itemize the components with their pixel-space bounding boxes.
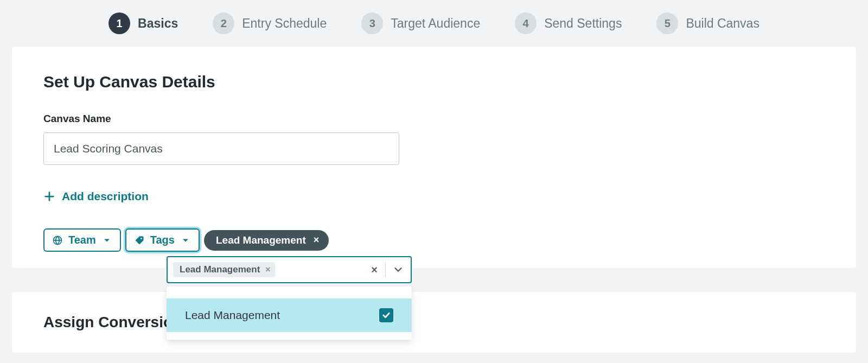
meta-row: Team Tags Lead Management × (43, 228, 825, 252)
applied-tag-chip: Lead Management × (204, 230, 329, 251)
conversion-events-card: Assign Conversion Events (12, 292, 856, 353)
step-label: Basics (138, 16, 178, 31)
step-build-canvas[interactable]: 5 Build Canvas (656, 12, 760, 34)
step-label: Entry Schedule (242, 16, 327, 31)
svg-point-3 (141, 238, 142, 239)
tags-button-label: Tags (150, 234, 175, 246)
step-number: 5 (656, 12, 678, 34)
card-title: Set Up Canvas Details (43, 73, 825, 91)
team-button-label: Team (68, 234, 96, 246)
add-description-label: Add description (62, 190, 149, 203)
remove-tag-icon[interactable]: × (314, 234, 320, 246)
applied-tag-label: Lead Management (216, 234, 306, 246)
canvas-name-input[interactable] (43, 132, 399, 165)
conversion-events-title: Assign Conversion Events (43, 314, 825, 331)
add-description-button[interactable]: Add description (43, 190, 149, 203)
plus-icon (43, 190, 55, 202)
tags-combobox-chip-label: Lead Management (180, 264, 260, 275)
tags-combobox-chip: Lead Management × (173, 262, 275, 277)
tags-combobox-chip-remove-icon[interactable]: × (265, 265, 270, 275)
chevron-down-icon (392, 264, 404, 276)
tags-combobox: Lead Management × × Lead Management (167, 256, 412, 340)
step-label: Build Canvas (686, 16, 760, 31)
check-icon (381, 310, 391, 320)
globe-icon (52, 235, 63, 246)
step-basics[interactable]: 1 Basics (108, 12, 178, 34)
tags-option-label: Lead Management (185, 309, 280, 322)
step-label: Send Settings (544, 16, 622, 31)
tags-option-checkbox[interactable] (379, 308, 393, 322)
tags-option-lead-management[interactable]: Lead Management (167, 298, 412, 332)
wizard-stepper: 1 Basics 2 Entry Schedule 3 Target Audie… (0, 0, 868, 47)
tags-combobox-clear-icon[interactable]: × (367, 264, 382, 276)
step-target-audience[interactable]: 3 Target Audience (361, 12, 480, 34)
caret-down-icon (180, 235, 191, 246)
step-number: 3 (361, 12, 383, 34)
divider (385, 263, 386, 277)
tags-combobox-control[interactable]: Lead Management × × (167, 256, 412, 283)
team-dropdown-button[interactable]: Team (43, 228, 121, 252)
tag-icon (134, 235, 145, 246)
tags-combobox-menu: Lead Management (167, 286, 412, 340)
tags-dropdown-button[interactable]: Tags (125, 228, 200, 252)
step-number: 1 (108, 12, 130, 34)
step-number: 2 (213, 12, 234, 34)
canvas-name-label: Canvas Name (43, 113, 825, 125)
step-send-settings[interactable]: 4 Send Settings (515, 12, 622, 34)
canvas-details-card: Set Up Canvas Details Canvas Name Add de… (12, 47, 856, 268)
step-number: 4 (515, 12, 537, 34)
step-entry-schedule[interactable]: 2 Entry Schedule (213, 12, 327, 34)
tags-combobox-caret[interactable] (389, 264, 407, 276)
step-label: Target Audience (391, 16, 480, 31)
caret-down-icon (101, 235, 112, 246)
